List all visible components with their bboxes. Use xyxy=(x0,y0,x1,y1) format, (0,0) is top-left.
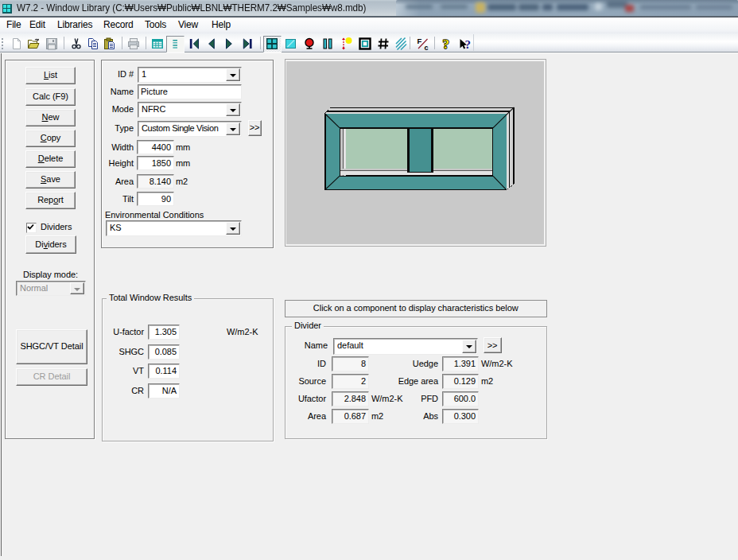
svg-text:c: c xyxy=(425,44,429,51)
svg-text:F: F xyxy=(418,37,422,45)
svg-text:?: ? xyxy=(443,37,449,50)
svg-text:?: ? xyxy=(465,38,471,50)
